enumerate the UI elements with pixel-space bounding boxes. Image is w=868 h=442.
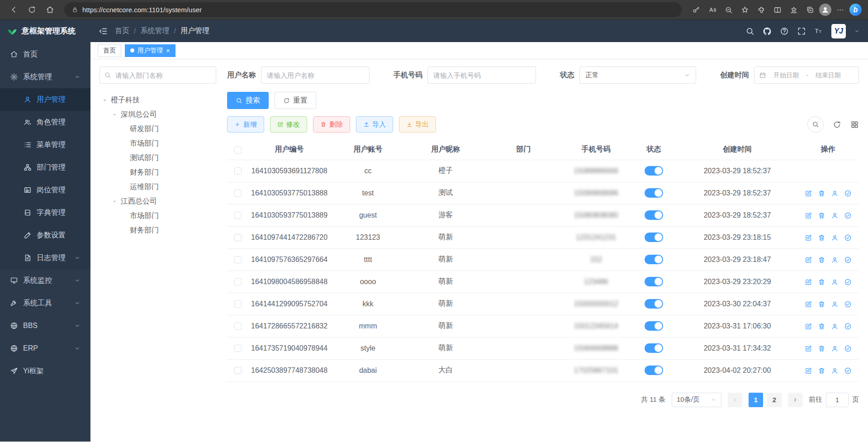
tree-node[interactable]: 财务部门: [100, 165, 216, 180]
sidebar-item-erp[interactable]: ERP: [0, 337, 90, 360]
delete-button[interactable]: 删除: [313, 116, 350, 133]
prev-page-button[interactable]: [728, 393, 742, 407]
sidebar-item-bbs[interactable]: BBS: [0, 314, 90, 337]
row-delete-button[interactable]: [818, 367, 825, 375]
more-icon[interactable]: [833, 3, 848, 17]
question-icon[interactable]: [780, 27, 789, 36]
breadcrumb-item[interactable]: 首页: [115, 26, 129, 36]
start-date-input[interactable]: [769, 71, 803, 79]
sidebar-item-dict[interactable]: 字典管理: [0, 201, 90, 224]
favorites-icon[interactable]: [738, 3, 752, 17]
sidebar-item-monitor[interactable]: 系统监控: [0, 269, 90, 292]
tree-node[interactable]: 运维部门: [100, 180, 216, 194]
end-date-input[interactable]: [811, 71, 845, 79]
caret-down-icon[interactable]: [111, 198, 118, 205]
row-checkbox[interactable]: [234, 278, 242, 285]
reset-password-button[interactable]: [831, 212, 839, 219]
row-edit-button[interactable]: [805, 367, 812, 375]
reset-password-button[interactable]: [831, 256, 839, 264]
row-edit-button[interactable]: [805, 190, 812, 197]
page-button-2[interactable]: 2: [767, 393, 782, 407]
assign-role-button[interactable]: [844, 278, 852, 286]
username-input[interactable]: [261, 67, 370, 84]
row-delete-button[interactable]: [818, 212, 825, 219]
assign-role-button[interactable]: [844, 345, 852, 352]
row-delete-button[interactable]: [818, 256, 825, 264]
row-checkbox[interactable]: [234, 300, 242, 308]
status-toggle[interactable]: [645, 188, 663, 198]
status-toggle[interactable]: [645, 366, 663, 375]
tree-node[interactable]: 深圳总公司: [100, 107, 216, 122]
date-range-picker[interactable]: -: [754, 67, 859, 84]
row-checkbox[interactable]: [234, 212, 242, 219]
row-checkbox[interactable]: [234, 367, 242, 374]
tree-node[interactable]: 研发部门: [100, 122, 216, 136]
key-icon[interactable]: [689, 3, 703, 17]
table-refresh-button[interactable]: [833, 120, 841, 129]
favorites-bar-icon[interactable]: [787, 3, 801, 17]
sidebar-item-tools[interactable]: 系统工具: [0, 292, 90, 314]
row-edit-button[interactable]: [805, 212, 812, 219]
sidebar-item-dept[interactable]: 部门管理: [0, 156, 90, 179]
row-checkbox[interactable]: [234, 256, 242, 263]
assign-role-button[interactable]: [844, 300, 852, 308]
assign-role-button[interactable]: [844, 234, 852, 242]
split-screen-icon[interactable]: [770, 3, 785, 17]
browser-refresh-button[interactable]: [24, 3, 39, 17]
row-checkbox[interactable]: [234, 345, 242, 352]
search-button[interactable]: 搜索: [227, 92, 269, 109]
tree-node[interactable]: 橙子科技: [100, 93, 216, 107]
row-checkbox[interactable]: [234, 323, 242, 330]
sidebar-item-system[interactable]: 系统管理: [0, 66, 90, 88]
status-toggle[interactable]: [645, 277, 663, 286]
status-toggle[interactable]: [645, 166, 663, 176]
sidebar-item-yiframe[interactable]: Yi框架: [0, 360, 90, 382]
breadcrumb-item[interactable]: 系统管理: [140, 26, 169, 36]
user-avatar[interactable]: YJ: [831, 24, 846, 38]
reset-password-button[interactable]: [831, 234, 839, 242]
sidebar-item-home[interactable]: 首页: [0, 43, 90, 66]
assign-role-button[interactable]: [844, 212, 852, 219]
reset-password-button[interactable]: [831, 190, 839, 197]
tree-node[interactable]: 江西总公司: [100, 194, 216, 209]
sidebar-item-role[interactable]: 角色管理: [0, 111, 90, 133]
row-delete-button[interactable]: [818, 190, 825, 197]
tree-node[interactable]: 财务部门: [100, 223, 216, 238]
row-edit-button[interactable]: [805, 234, 812, 242]
address-bar[interactable]: https://ccnetcore.com:1101/system/user: [64, 2, 682, 17]
reset-password-button[interactable]: [831, 367, 839, 375]
read-aloud-icon[interactable]: [705, 3, 720, 17]
assign-role-button[interactable]: [844, 190, 852, 197]
dept-search-input[interactable]: [100, 67, 216, 84]
page-size-select[interactable]: 10条/页: [672, 393, 721, 407]
assign-role-button[interactable]: [844, 367, 852, 375]
page-button-1[interactable]: 1: [749, 393, 763, 407]
row-delete-button[interactable]: [818, 234, 825, 242]
sidebar-item-post[interactable]: 岗位管理: [0, 179, 90, 201]
extensions-icon[interactable]: [754, 3, 768, 17]
row-edit-button[interactable]: [805, 345, 812, 352]
tab-home[interactable]: 首页: [98, 44, 121, 57]
row-edit-button[interactable]: [805, 256, 812, 264]
assign-role-button[interactable]: [844, 256, 852, 264]
browser-home-button[interactable]: [43, 3, 57, 17]
search-icon[interactable]: [745, 27, 754, 36]
tab-user-management[interactable]: 用户管理×: [125, 44, 175, 57]
fullscreen-icon[interactable]: [797, 27, 806, 36]
export-button[interactable]: 导出: [399, 116, 436, 133]
tree-node[interactable]: 市场部门: [100, 136, 216, 151]
caret-down-icon[interactable]: [101, 97, 108, 104]
row-delete-button[interactable]: [818, 323, 825, 330]
row-edit-button[interactable]: [805, 323, 812, 330]
status-toggle[interactable]: [645, 299, 663, 309]
status-toggle[interactable]: [645, 233, 663, 242]
status-toggle[interactable]: [645, 343, 663, 353]
edit-button[interactable]: 修改: [270, 116, 307, 133]
sidebar-item-user[interactable]: 用户管理: [0, 88, 90, 111]
profile-avatar[interactable]: [819, 4, 831, 16]
row-checkbox[interactable]: [234, 190, 242, 197]
reset-password-button[interactable]: [831, 300, 839, 308]
row-checkbox[interactable]: [234, 234, 242, 241]
browser-back-button[interactable]: [6, 3, 21, 17]
copilot-icon[interactable]: b: [849, 4, 862, 16]
